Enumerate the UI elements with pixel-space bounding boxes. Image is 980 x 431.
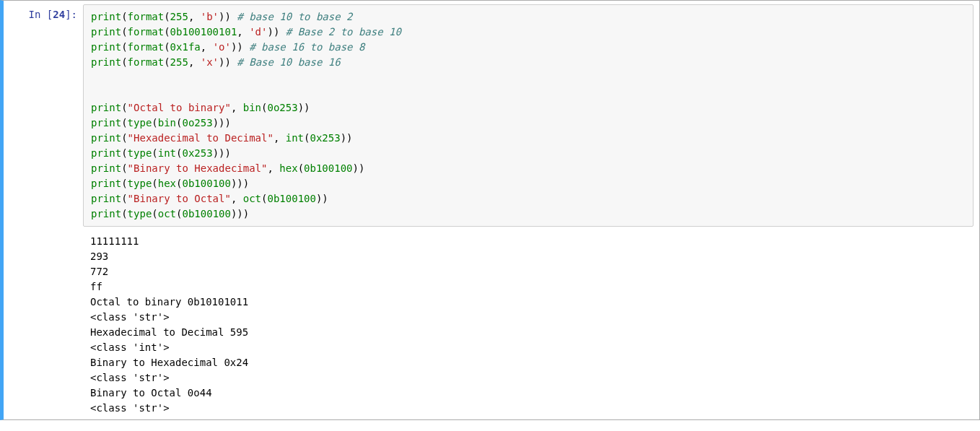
prompt-number: 24 [53, 9, 65, 20]
input-prompt: In [24]: [4, 4, 83, 416]
prompt-close: ]: [65, 9, 77, 20]
notebook-cell: In [24]: print(format(255, 'b')) # base … [0, 0, 980, 420]
output-block: 11111111 293 772 ff Octal to binary 0b10… [83, 227, 974, 416]
code-source: print(format(255, 'b')) # base 10 to bas… [91, 9, 968, 222]
cell-content: print(format(255, 'b')) # base 10 to bas… [83, 4, 979, 416]
code-input-area[interactable]: print(format(255, 'b')) # base 10 to bas… [83, 4, 974, 227]
stdout-output: 11111111 293 772 ff Octal to binary 0b10… [90, 234, 974, 416]
prompt-label: In [ [29, 9, 53, 20]
